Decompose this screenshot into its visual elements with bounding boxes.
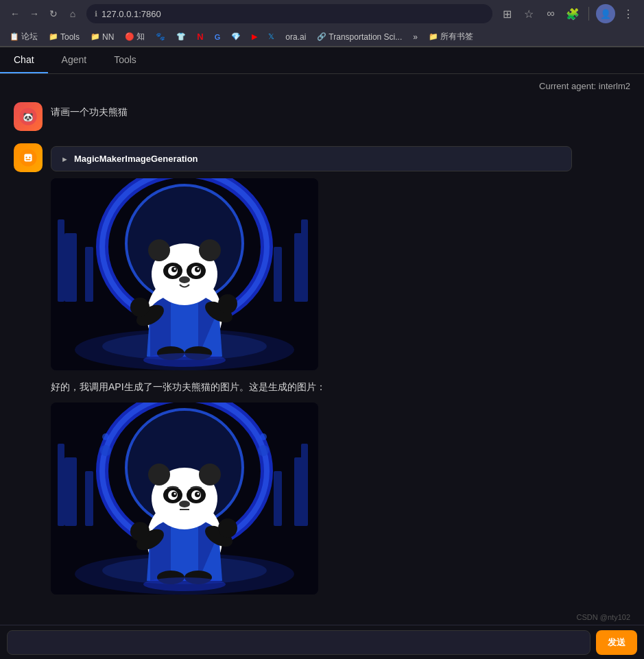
more-icon: »	[413, 32, 418, 42]
bookmark-zhihu[interactable]: 🔴 知	[121, 29, 149, 44]
extension-icon[interactable]: ∞	[542, 5, 560, 23]
svg-point-73	[218, 518, 237, 538]
bookmarks-bar: 📋 论坛 📁 Tools 📁 NN 🔴 知 🐾 👕 N G 💎	[0, 27, 644, 47]
bookmark-oraai[interactable]: ora.ai	[281, 31, 310, 43]
bot-message-row: ► MagicMakerImageGeneration	[14, 143, 630, 604]
baidu-icon: 🐾	[156, 32, 165, 41]
main-content: Current agent: interlm2 🐼 请画一个功夫熊猫	[0, 74, 644, 659]
bookmark-youtube[interactable]: ▶	[248, 31, 261, 43]
zhihu-icon: 🔴	[125, 32, 134, 41]
current-agent-text: Current agent: interlm2	[539, 81, 630, 91]
bookmark-google[interactable]: G	[211, 32, 225, 43]
bottom-bar: 发送	[0, 625, 644, 659]
translate-icon[interactable]: ⊞	[498, 5, 516, 23]
svg-point-54	[102, 433, 109, 440]
bookmark-baidu[interactable]: 🐾	[152, 31, 169, 43]
svg-point-31	[148, 239, 170, 261]
svg-point-52	[258, 445, 269, 456]
tab-chat[interactable]: Chat	[0, 47, 48, 73]
tab-agent[interactable]: Agent	[48, 47, 101, 73]
twitter-icon: 𝕏	[268, 32, 274, 41]
chat-messages[interactable]: 🐼 请画一个功夫熊猫 ►	[0, 95, 644, 659]
tool-call-name: MagicMakerImageGeneration	[74, 154, 198, 164]
svg-point-69	[199, 464, 221, 486]
bookmark-twitter[interactable]: 𝕏	[264, 31, 278, 43]
transport-label: Transportation Sci...	[329, 32, 402, 42]
svg-point-68	[148, 464, 170, 486]
all-bookmarks-icon: 📁	[429, 32, 438, 41]
profile-icon[interactable]: 👤	[596, 4, 615, 23]
user-avatar: 🐼	[14, 102, 43, 131]
svg-point-66	[198, 493, 200, 495]
svg-point-53	[260, 433, 267, 440]
all-bookmarks-label: 所有书签	[440, 31, 473, 43]
bookmark-more[interactable]: »	[409, 31, 422, 43]
user-message-text: 请画一个功夫熊猫	[51, 105, 630, 119]
lock-icon: ℹ	[95, 10, 97, 19]
svg-rect-50	[274, 471, 282, 526]
url-text: 127.0.0.1:7860	[102, 9, 161, 19]
svg-rect-5	[29, 157, 30, 158]
panda-image-1	[51, 178, 318, 370]
folder-icon: 📁	[49, 32, 58, 41]
svg-point-29	[198, 268, 200, 270]
svg-point-67	[179, 501, 190, 507]
youtube-icon: ▶	[252, 32, 257, 41]
forum-icon: 📋	[10, 32, 19, 41]
toolbar-icons: ⊞ ☆ ∞ 🧩 👤 ⋮	[498, 4, 637, 23]
svg-text:🐼: 🐼	[23, 112, 34, 123]
bookmark-all[interactable]: 📁 所有书签	[425, 29, 477, 44]
svg-rect-45	[64, 457, 77, 526]
tool-call-box[interactable]: ► MagicMakerImageGeneration	[51, 146, 572, 171]
star-icon[interactable]: ☆	[520, 5, 538, 23]
nn-icon: 📁	[91, 32, 100, 41]
svg-rect-6	[26, 159, 31, 160]
svg-point-65	[174, 493, 176, 495]
bot-message-content: ► MagicMakerImageGeneration	[51, 143, 630, 604]
refresh-button[interactable]: ↻	[45, 5, 62, 22]
svg-point-36	[218, 294, 237, 313]
home-button[interactable]: ⌂	[64, 5, 81, 22]
svg-rect-13	[58, 219, 64, 302]
back-button[interactable]: ←	[7, 5, 23, 22]
response-text: 好的，我调用API生成了一张功夫熊猫的图片。这是生成的图片：	[51, 380, 630, 394]
browser-chrome: ← → ↻ ⌂ ℹ 127.0.0.1:7860 ⊞ ☆ ∞ 🧩 👤 ⋮ 📋 论…	[0, 0, 644, 47]
watermark: CSDN @nty102	[577, 613, 630, 621]
user-message-row: 🐼 请画一个功夫熊猫	[14, 102, 630, 131]
oraai-label: ora.ai	[285, 32, 306, 42]
shirt-icon: 👕	[176, 32, 186, 41]
transport-icon: 🔗	[317, 32, 326, 41]
panda-image-2	[51, 403, 318, 595]
svg-rect-15	[301, 219, 308, 302]
send-button[interactable]: 发送	[596, 630, 637, 655]
tab-tools[interactable]: Tools	[100, 47, 150, 73]
bookmark-forum[interactable]: 📋 论坛	[5, 29, 42, 44]
svg-rect-3	[24, 154, 32, 161]
forward-button[interactable]: →	[26, 5, 43, 22]
bookmark-tools-label: Tools	[60, 32, 80, 42]
netflix-icon: N	[197, 32, 203, 42]
bookmark-ora[interactable]: 💎	[227, 31, 245, 43]
bookmark-transport[interactable]: 🔗 Transportation Sci...	[313, 31, 406, 43]
svg-rect-48	[301, 444, 308, 526]
menu-icon[interactable]: ⋮	[619, 5, 637, 23]
bookmark-forum-label: 论坛	[21, 31, 38, 43]
bookmark-tools[interactable]: 📁 Tools	[45, 31, 84, 43]
svg-point-39	[143, 353, 226, 367]
svg-point-28	[174, 268, 176, 270]
bookmark-shirt[interactable]: 👕	[172, 31, 190, 43]
chat-input[interactable]	[7, 630, 591, 655]
bookmark-nn[interactable]: 📁 NN	[86, 31, 118, 43]
puzzle-icon[interactable]: 🧩	[564, 5, 582, 23]
svg-point-35	[130, 298, 150, 317]
user-avatar-icon: 🐼	[19, 107, 38, 126]
svg-point-32	[199, 239, 221, 261]
divider	[588, 7, 589, 21]
ora-icon: 💎	[231, 32, 241, 41]
svg-point-72	[130, 522, 150, 541]
bookmark-netflix[interactable]: N	[193, 30, 207, 43]
nav-buttons: ← → ↻ ⌂	[7, 5, 81, 22]
bookmark-zhihu-label: 知	[136, 31, 145, 43]
svg-rect-4	[26, 157, 27, 158]
address-bar[interactable]: ℹ 127.0.0.1:7860	[86, 4, 492, 23]
